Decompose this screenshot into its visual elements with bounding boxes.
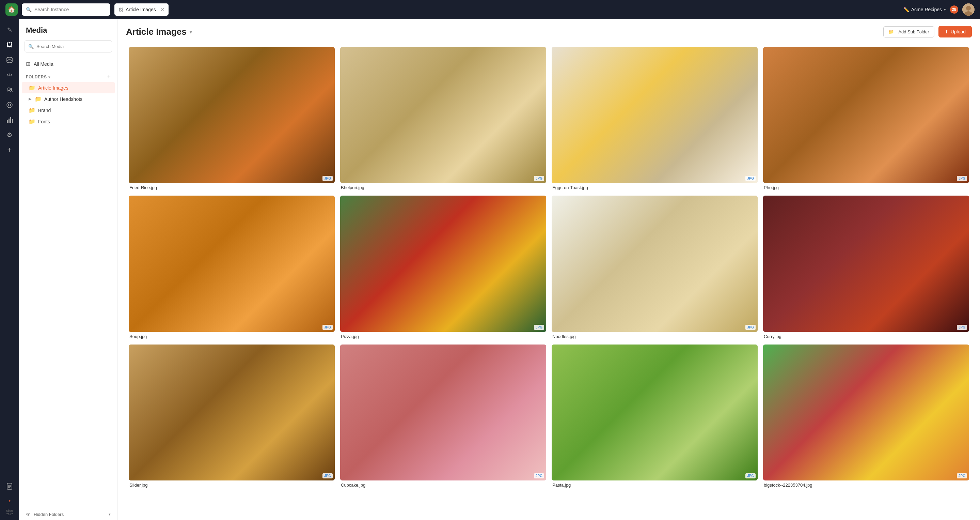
sidebar-item-contacts[interactable]: [3, 83, 16, 97]
media-cell-bigstock[interactable]: JPG bigstock--222353704.jpg: [760, 342, 972, 490]
search-instance-input[interactable]: [34, 7, 106, 12]
svg-point-3: [7, 57, 12, 59]
sidebar-item-circle[interactable]: [3, 98, 16, 112]
media-image-soup: [129, 196, 335, 332]
media-badge-pasta: JPG: [745, 473, 756, 479]
media-thumb-pho: JPG: [763, 47, 969, 183]
media-thumb-curry: JPG: [763, 196, 969, 332]
hidden-folders-label: Hidden Folders: [34, 512, 64, 517]
media-filename-curry: Curry.jpg: [763, 334, 969, 339]
media-image-bhelpuri: [340, 47, 546, 183]
tab-media-icon: 🖼: [118, 7, 123, 12]
folder-item-brand[interactable]: 📁 Brand: [22, 105, 115, 116]
folder-label-brand: Brand: [38, 108, 51, 113]
media-image-curry: [763, 196, 969, 332]
sidebar-item-chart[interactable]: [3, 113, 16, 127]
media-thumb-pizza: JPG: [340, 196, 546, 332]
media-filename-bhelpuri: Bhelpuri.jpg: [340, 185, 546, 190]
media-cell-fried-rice[interactable]: JPG Fried-Rice.jpg: [126, 44, 337, 193]
media-thumb-pasta: JPG: [552, 345, 758, 480]
media-cell-pizza[interactable]: JPG Pizza.jpg: [337, 193, 549, 341]
sidebar-badge-item[interactable]: Z: [3, 494, 16, 508]
instance-name[interactable]: ✏️ Acme Recipes ▾: [904, 7, 946, 12]
subfolder-icon: 📁+: [888, 29, 897, 34]
folder-red-icon: 📁: [29, 85, 35, 91]
sidebar-item-edit[interactable]: ✎: [3, 23, 16, 37]
app-logo[interactable]: 🏠: [5, 3, 18, 16]
sidebar-item-add[interactable]: +: [3, 143, 16, 157]
tab-close-button[interactable]: ✕: [160, 6, 164, 13]
media-cell-eggs-toast[interactable]: JPG Eggs-on-Toast.jpg: [549, 44, 760, 193]
grid-icon: ⊞: [26, 61, 30, 67]
sidebar-item-code[interactable]: </>: [3, 68, 16, 82]
folder-item-fonts[interactable]: 📁 Fonts: [22, 116, 115, 127]
media-cell-slider[interactable]: JPG Slider.jpg: [126, 342, 337, 490]
active-tab-label: Article Images: [126, 7, 156, 12]
media-filename-eggs-toast: Eggs-on-Toast.jpg: [552, 185, 758, 190]
media-thumb-eggs-toast: JPG: [552, 47, 758, 183]
svg-rect-11: [12, 119, 13, 123]
sidebar-item-database[interactable]: [3, 53, 16, 67]
media-filename-pizza: Pizza.jpg: [340, 334, 546, 339]
media-cell-noodles[interactable]: JPG Noodles.jpg: [549, 193, 760, 341]
media-filename-bigstock: bigstock--222353704.jpg: [763, 483, 969, 488]
media-filename-pasta: Pasta.jpg: [552, 483, 758, 488]
media-cell-pasta[interactable]: JPG Pasta.jpg: [549, 342, 760, 490]
media-image-slider: [129, 345, 335, 480]
media-badge-bhelpuri: JPG: [534, 176, 544, 181]
media-thumb-slider: JPG: [129, 345, 335, 480]
media-thumb-noodles: JPG: [552, 196, 758, 332]
media-filename-cupcake: Cupcake.jpg: [340, 483, 546, 488]
folder-item-author-headshots[interactable]: ▶ 📁 Author Headshots: [22, 93, 115, 105]
content-title: Article Images ▾: [126, 27, 192, 37]
content-title-chevron-icon[interactable]: ▾: [189, 29, 192, 35]
media-cell-soup[interactable]: JPG Soup.jpg: [126, 193, 337, 341]
media-image-noodles: [552, 196, 758, 332]
media-grid: JPG Fried-Rice.jpg JPG Bhelpuri.jpg JPG …: [126, 44, 972, 490]
sidebar-bottom: Z 5bc0 71e7: [3, 479, 16, 516]
active-tab[interactable]: 🖼 Article Images ✕: [115, 3, 169, 16]
folder-expand-icon: ▶: [29, 97, 31, 101]
media-image-cupcake: [340, 345, 546, 480]
hidden-folders-row[interactable]: 👁 Hidden Folders ▾: [19, 509, 118, 520]
edit-instance-icon: ✏️: [904, 7, 909, 12]
svg-rect-10: [10, 117, 11, 123]
media-cell-bhelpuri[interactable]: JPG Bhelpuri.jpg: [337, 44, 549, 193]
folder-item-article-images[interactable]: 📁 Article Images: [22, 82, 115, 93]
avatar[interactable]: [962, 3, 975, 16]
instance-chevron-icon: ▾: [944, 8, 946, 12]
left-panel: Media 🔍 ⊞ All Media FOLDERS ▾ + 📁 Articl…: [19, 19, 118, 520]
sidebar-item-media[interactable]: 🖼: [3, 38, 16, 52]
search-media-wrapper: 🔍: [24, 40, 112, 53]
media-cell-pho[interactable]: JPG Pho.jpg: [760, 44, 972, 193]
add-folder-button[interactable]: +: [107, 74, 111, 80]
media-badge-soup: JPG: [323, 325, 332, 330]
media-cell-curry[interactable]: JPG Curry.jpg: [760, 193, 972, 341]
media-filename-fried-rice: Fried-Rice.jpg: [129, 185, 335, 190]
main-layout: ✎ 🖼 </>: [0, 19, 980, 520]
svg-point-4: [8, 88, 10, 90]
media-cell-cupcake[interactable]: JPG Cupcake.jpg: [337, 342, 549, 490]
media-filename-soup: Soup.jpg: [129, 334, 335, 339]
all-media-item[interactable]: ⊞ All Media: [19, 58, 118, 70]
sidebar-item-gear[interactable]: ⚙: [3, 128, 16, 142]
notification-badge[interactable]: 29: [950, 5, 958, 14]
media-image-eggs-toast: [552, 47, 758, 183]
upload-button[interactable]: ⬆ Upload: [939, 26, 972, 37]
svg-point-1: [966, 6, 971, 11]
svg-point-7: [8, 104, 11, 106]
svg-rect-8: [7, 120, 8, 123]
media-title: Media: [19, 26, 118, 40]
media-badge-cupcake: JPG: [534, 473, 544, 479]
sidebar-item-document[interactable]: [3, 479, 16, 493]
svg-rect-9: [8, 119, 10, 123]
instance-name-label: Acme Recipes: [911, 7, 942, 12]
content-title-text: Article Images: [126, 27, 186, 37]
topbar-right: ✏️ Acme Recipes ▾ 29: [904, 3, 975, 16]
hidden-folders-chevron-icon: ▾: [109, 512, 111, 517]
media-badge-curry: JPG: [957, 325, 967, 330]
add-subfolder-button[interactable]: 📁+ Add Sub Folder: [883, 26, 934, 37]
content-header: Article Images ▾ 📁+ Add Sub Folder ⬆ Upl…: [126, 26, 972, 37]
all-media-label: All Media: [34, 61, 54, 67]
search-media-input[interactable]: [37, 44, 108, 49]
